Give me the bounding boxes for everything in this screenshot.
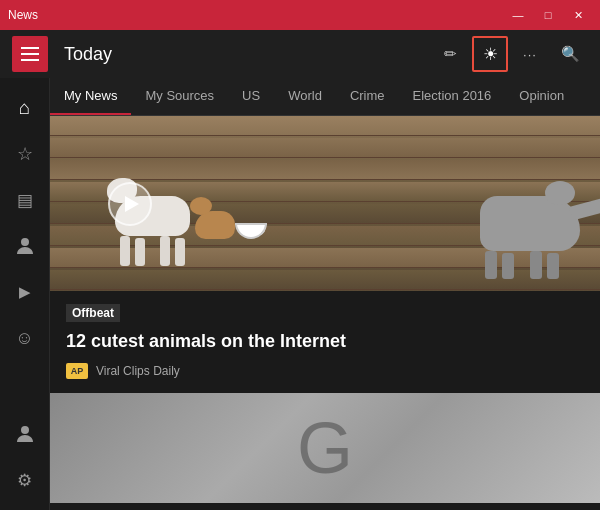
more-button[interactable]: ··· xyxy=(512,36,548,72)
title-bar-controls: — □ ✕ xyxy=(504,5,592,25)
plank xyxy=(50,116,600,136)
sidebar-item-person[interactable] xyxy=(3,224,47,268)
hamburger-line xyxy=(21,47,39,49)
maximize-button[interactable]: □ xyxy=(534,5,562,25)
gray-dog xyxy=(480,196,580,251)
news-icon: ▤ xyxy=(17,190,33,211)
plank xyxy=(50,248,600,268)
play-icon: ▶ xyxy=(19,283,31,301)
article-info: Offbeat 12 cutest animals on the Interne… xyxy=(50,291,600,389)
sidebar-item-home[interactable]: ⌂ xyxy=(3,86,47,130)
article-card-2[interactable]: G xyxy=(50,393,600,503)
tab-crime[interactable]: Crime xyxy=(336,78,399,115)
article-title[interactable]: 12 cutest animals on the Internet xyxy=(66,330,584,353)
google-logo: G xyxy=(297,407,353,489)
edit-icon: ✏ xyxy=(444,45,457,63)
search-icon: 🔍 xyxy=(561,45,580,63)
home-icon: ⌂ xyxy=(19,97,30,119)
source-name: Viral Clips Daily xyxy=(96,364,180,378)
app-title-label: News xyxy=(8,8,38,22)
more-icon: ··· xyxy=(523,47,537,62)
source-badge: AP xyxy=(66,363,88,379)
main-layout: ⌂ ☆ ▤ ▶ ☺ ⚙ xyxy=(0,78,600,510)
account-icon xyxy=(15,424,35,444)
title-bar-left: News xyxy=(8,8,38,22)
minimize-button[interactable]: — xyxy=(504,5,532,25)
sidebar-item-emoji[interactable]: ☺ xyxy=(3,316,47,360)
plank xyxy=(50,270,600,290)
sidebar-item-news[interactable]: ▤ xyxy=(3,178,47,222)
tab-us[interactable]: US xyxy=(228,78,274,115)
brightness-icon: ☀ xyxy=(483,44,498,65)
star-icon: ☆ xyxy=(17,143,33,165)
content-area: My News My Sources US World Crime Electi… xyxy=(50,78,600,510)
emoji-icon: ☺ xyxy=(15,328,33,349)
nav-tabs: My News My Sources US World Crime Electi… xyxy=(50,78,600,116)
hamburger-menu[interactable] xyxy=(12,36,48,72)
article-category: Offbeat xyxy=(66,304,120,322)
app-header: Today ✏ ☀ ··· 🔍 xyxy=(0,30,600,78)
hamburger-line xyxy=(21,53,39,55)
tab-opinion[interactable]: Opinion xyxy=(505,78,578,115)
article-card-1[interactable]: Offbeat 12 cutest animals on the Interne… xyxy=(50,116,600,389)
sidebar-item-favorites[interactable]: ☆ xyxy=(3,132,47,176)
sidebar: ⌂ ☆ ▤ ▶ ☺ ⚙ xyxy=(0,78,50,510)
brightness-button[interactable]: ☀ xyxy=(472,36,508,72)
plank xyxy=(50,160,600,180)
page-title: Today xyxy=(64,44,424,65)
search-button[interactable]: 🔍 xyxy=(552,36,588,72)
person-icon xyxy=(15,236,35,256)
article-source: AP Viral Clips Daily xyxy=(66,363,584,379)
hamburger-line xyxy=(21,59,39,61)
hero-image xyxy=(50,116,600,291)
play-button[interactable] xyxy=(108,182,152,226)
title-bar: News — □ ✕ xyxy=(0,0,600,30)
tab-my-news[interactable]: My News xyxy=(50,78,131,115)
sidebar-item-play[interactable]: ▶ xyxy=(3,270,47,314)
tab-election[interactable]: Election 2016 xyxy=(399,78,506,115)
svg-point-1 xyxy=(21,426,29,434)
sidebar-item-settings[interactable]: ⚙ xyxy=(3,458,47,502)
sidebar-item-account[interactable] xyxy=(3,412,47,456)
tab-world[interactable]: World xyxy=(274,78,336,115)
tab-my-sources[interactable]: My Sources xyxy=(131,78,228,115)
svg-point-0 xyxy=(21,238,29,246)
plank xyxy=(50,138,600,158)
brown-puppy xyxy=(195,211,235,239)
settings-icon: ⚙ xyxy=(17,470,32,491)
edit-button[interactable]: ✏ xyxy=(432,36,468,72)
header-icons: ✏ ☀ ··· 🔍 xyxy=(432,36,588,72)
close-button[interactable]: ✕ xyxy=(564,5,592,25)
